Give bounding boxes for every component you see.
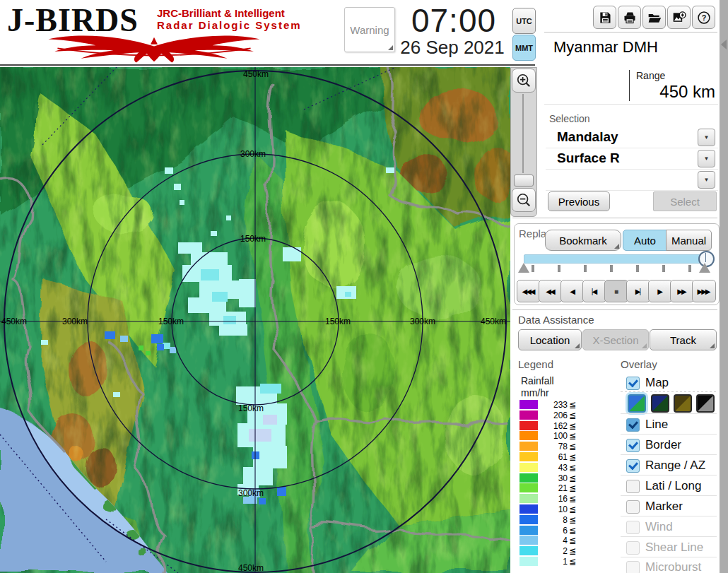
- slider-start-marker[interactable]: [518, 263, 529, 273]
- panel-collapse-strip[interactable]: [720, 0, 728, 573]
- chevron-down-icon[interactable]: ▼: [698, 150, 715, 167]
- step-back-button[interactable]: |◀: [582, 280, 606, 302]
- zoom-out-button[interactable]: [512, 188, 536, 212]
- checkbox-disabled-icon: [626, 541, 640, 555]
- forward-button[interactable]: ▶▶: [670, 280, 694, 302]
- ring-label: 150km: [238, 403, 264, 413]
- product-select[interactable]: Surface R ▼: [546, 148, 718, 170]
- utc-button[interactable]: UTC: [512, 8, 536, 34]
- ring-label: 300km: [238, 488, 264, 498]
- slider-tick: [688, 265, 691, 272]
- location-button-label: Location: [530, 334, 570, 346]
- stop-button[interactable]: ■: [604, 280, 628, 302]
- track-button[interactable]: Track: [650, 329, 717, 350]
- open-file-button[interactable]: [642, 6, 666, 29]
- panel-separator: [544, 32, 717, 33]
- legend-entry: 30≦: [519, 473, 579, 483]
- legend-entry: 10≦: [519, 504, 579, 514]
- zoom-in-button[interactable]: [512, 69, 536, 93]
- ring-label: 150km: [240, 234, 266, 244]
- data-assistance-label: Data Assistance: [518, 314, 594, 326]
- zoom-in-icon: [516, 73, 532, 88]
- warning-button-label: Warning: [350, 24, 389, 36]
- overlay-item-line[interactable]: Line: [626, 417, 718, 432]
- panel-collapse-icon[interactable]: [721, 40, 727, 49]
- play-button[interactable]: ▶: [648, 280, 672, 302]
- map-style-swatch-navy[interactable]: [651, 394, 669, 413]
- slider-tick: [636, 265, 639, 272]
- map-style-swatch-gray[interactable]: [696, 394, 715, 413]
- help-icon: ?: [697, 11, 711, 25]
- rewind-button[interactable]: ◀◀: [539, 280, 563, 302]
- ring-label: 150km: [325, 317, 351, 326]
- select-button[interactable]: Select: [653, 191, 717, 211]
- product-select-value: Surface R: [557, 150, 620, 166]
- image-add-icon: [672, 11, 686, 25]
- step-forward-button[interactable]: ▶|: [626, 280, 650, 302]
- checkbox-checked-icon[interactable]: [626, 439, 640, 452]
- eagle-logo-icon: [13, 31, 295, 64]
- auto-button[interactable]: Auto: [623, 230, 667, 251]
- previous-button[interactable]: Previous: [548, 191, 610, 211]
- station-select-value: Mandalay: [557, 129, 618, 145]
- legend-entry: 16≦: [519, 494, 579, 504]
- legend-entry: 4≦: [519, 536, 579, 545]
- legend-entry: 43≦: [519, 463, 579, 473]
- bookmark-button[interactable]: Bookmark: [545, 230, 621, 251]
- save-button[interactable]: [593, 6, 616, 29]
- checkbox-unchecked-icon[interactable]: [626, 480, 640, 493]
- map-style-swatch-blue-green[interactable]: [628, 394, 646, 413]
- x-section-button-label: X-Section: [592, 334, 638, 346]
- print-icon: [623, 11, 637, 25]
- help-button[interactable]: ?: [692, 6, 715, 29]
- legend-entry: 78≦: [519, 442, 579, 451]
- ring-label: 300km: [410, 317, 435, 326]
- checkbox-checked-icon[interactable]: [626, 459, 640, 473]
- legend-entry: 6≦: [519, 526, 579, 536]
- overlay-item-range-az[interactable]: Range / AZ: [626, 458, 718, 473]
- overlay-item-lati-long[interactable]: Lati / Long: [626, 478, 718, 494]
- mmt-button[interactable]: MMT: [512, 35, 536, 61]
- sub-product-select[interactable]: ▼: [546, 170, 718, 191]
- ring-label: 450km: [1, 317, 27, 326]
- manual-button[interactable]: Manual: [666, 230, 712, 251]
- checkbox-checked-icon[interactable]: [626, 418, 640, 432]
- play-back-button[interactable]: ◀: [560, 280, 585, 302]
- checkbox-unchecked-icon[interactable]: [626, 500, 640, 514]
- warning-button[interactable]: Warning: [344, 7, 395, 52]
- svg-text:?: ?: [701, 13, 706, 22]
- replay-slider-track[interactable]: [524, 254, 710, 264]
- location-menu-corner-icon: [575, 343, 580, 348]
- ring-label: 450km: [243, 69, 269, 79]
- overlay-item-map[interactable]: Map: [626, 375, 718, 391]
- print-button[interactable]: [618, 6, 641, 29]
- ring-label: 150km: [158, 317, 184, 326]
- zoom-slider-track[interactable]: [522, 94, 524, 173]
- chevron-down-icon[interactable]: ▼: [698, 171, 715, 189]
- ring-label: 450km: [238, 563, 264, 573]
- checkbox-disabled-icon: [626, 521, 640, 534]
- legend-entry: 61≦: [519, 452, 579, 462]
- rewind-fast-button[interactable]: ◀◀◀: [517, 280, 541, 302]
- app-logo-subtitle: JRC-Brilliant & Intelligent Radar Dialog…: [157, 7, 302, 31]
- overlay-item-marker[interactable]: Marker: [626, 499, 718, 514]
- checkbox-checked-icon[interactable]: [626, 377, 640, 390]
- station-select[interactable]: Mandalay ▼: [546, 127, 718, 148]
- slider-end-marker[interactable]: [699, 263, 710, 273]
- slider-tick: [584, 265, 587, 272]
- bookmark-menu-corner-icon: [614, 244, 619, 249]
- chevron-down-icon[interactable]: ▼: [698, 129, 715, 146]
- range-label: Range: [636, 70, 665, 81]
- forward-fast-button[interactable]: ▶▶▶: [692, 280, 716, 302]
- radar-map-canvas[interactable]: 450km 300km 150km 450km 300km 150km 150k…: [0, 67, 510, 573]
- x-section-button[interactable]: X-Section: [582, 329, 649, 350]
- zoom-slider-handle[interactable]: [514, 175, 534, 187]
- save-icon: [598, 11, 612, 25]
- capture-button[interactable]: [667, 6, 691, 29]
- overlay-item-shear-line: Shear Line: [626, 540, 718, 555]
- location-button[interactable]: Location: [518, 329, 582, 350]
- map-style-swatch-olive[interactable]: [674, 394, 692, 413]
- overlay-item-border[interactable]: Border: [626, 437, 718, 453]
- selection-label: Selection: [549, 113, 590, 124]
- range-value: 450 km: [608, 82, 715, 102]
